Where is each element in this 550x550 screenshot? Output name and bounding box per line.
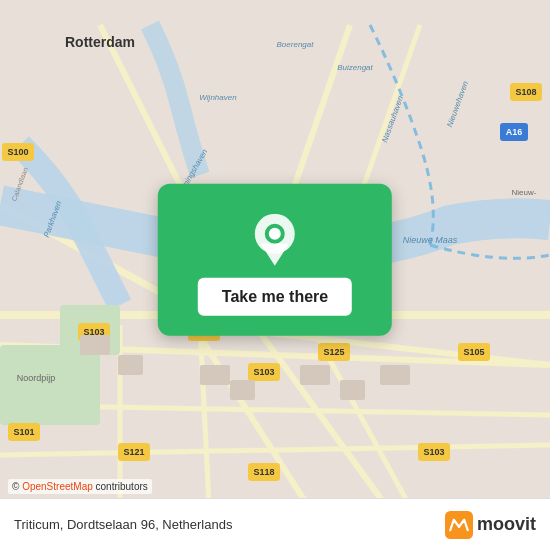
take-me-there-button[interactable]: Take me there [198, 278, 352, 316]
svg-point-64 [269, 228, 281, 240]
moovit-logo: moovit [445, 511, 536, 539]
svg-rect-58 [300, 365, 330, 385]
svg-rect-54 [80, 335, 110, 355]
svg-text:S103: S103 [423, 447, 444, 457]
svg-text:S101: S101 [13, 427, 34, 437]
location-pin-icon [253, 214, 297, 266]
moovit-wordmark: moovit [477, 514, 536, 535]
svg-text:Nieuwe Maas: Nieuwe Maas [403, 235, 458, 245]
svg-text:S118: S118 [253, 467, 274, 477]
svg-rect-60 [380, 365, 410, 385]
svg-text:S105: S105 [463, 347, 484, 357]
moovit-logo-icon [445, 511, 473, 539]
svg-text:Buizengat: Buizengat [337, 63, 373, 72]
osm-attribution: © OpenStreetMap contributors [8, 479, 152, 494]
bottom-bar: Triticum, Dordtselaan 96, Netherlands mo… [0, 498, 550, 550]
svg-rect-55 [118, 355, 143, 375]
svg-text:S103: S103 [253, 367, 274, 377]
svg-text:S100: S100 [7, 147, 28, 157]
attribution-suffix: contributors [93, 481, 148, 492]
svg-text:S121: S121 [123, 447, 144, 457]
svg-text:S108: S108 [515, 87, 536, 97]
osm-link[interactable]: OpenStreetMap [22, 481, 93, 492]
svg-text:Noordpijp: Noordpijp [17, 373, 56, 383]
svg-text:Rotterdam: Rotterdam [65, 34, 135, 50]
svg-text:Nieuw-: Nieuw- [512, 188, 537, 197]
svg-rect-59 [340, 380, 365, 400]
attribution-prefix: © [12, 481, 22, 492]
svg-rect-56 [200, 365, 230, 385]
svg-rect-16 [0, 345, 100, 425]
svg-text:Boerengat: Boerengat [277, 40, 315, 49]
svg-rect-57 [230, 380, 255, 400]
svg-text:A16: A16 [506, 127, 523, 137]
cta-overlay: Take me there [158, 184, 392, 336]
svg-text:S125: S125 [323, 347, 344, 357]
address-label: Triticum, Dordtselaan 96, Netherlands [14, 517, 232, 532]
svg-marker-63 [261, 244, 289, 266]
map-container: S100 S103 S120 S103 S125 S105 A16 S108 S… [0, 0, 550, 550]
green-card: Take me there [158, 184, 392, 336]
svg-text:Wijnhaven: Wijnhaven [199, 93, 237, 102]
